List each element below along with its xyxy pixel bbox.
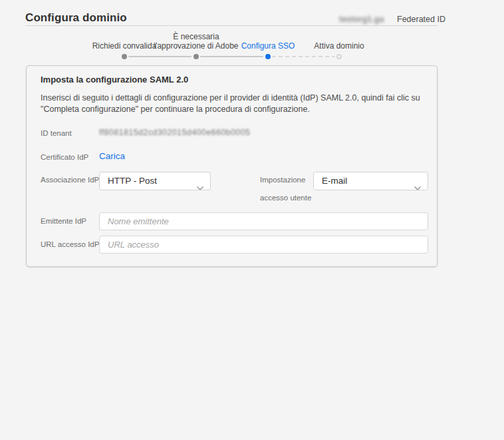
idp-login-url-label: URL accesso IdP <box>41 240 99 248</box>
title-divider <box>25 25 438 26</box>
user-login-setting-select[interactable]: E-mail <box>313 172 428 190</box>
user-login-setting-selected-value: E-mail <box>322 176 347 186</box>
saml-config-card: Imposta la configurazione SAML 2.0 Inser… <box>26 65 438 267</box>
progress-stepper: Richiedi convalida È necessaria l'approv… <box>0 28 504 61</box>
tenant-id-value: ff8081815d2cd302015d400e660b0005 <box>99 128 250 137</box>
idp-certificate-label: Certificato IdP <box>41 153 88 161</box>
card-title: Imposta la configurazione SAML 2.0 <box>41 75 188 85</box>
user-login-setting-label-line1: Impostazione <box>260 176 305 184</box>
progress-dot-step2 <box>193 54 199 59</box>
step-label-approvazione-adobe: È necessaria l'approvazione di Adobe <box>149 32 243 51</box>
step-label-configura-sso: Configura SSO <box>241 41 295 51</box>
chevron-down-icon <box>414 179 421 183</box>
org-name: testorg1.ga <box>339 15 384 24</box>
chevron-down-icon <box>197 179 203 183</box>
idp-binding-select[interactable]: HTTP - Post <box>99 172 211 190</box>
idp-issuer-label: Emittente IdP <box>41 217 86 225</box>
progress-line-1 <box>128 56 191 57</box>
progress-line-2 <box>200 56 263 57</box>
progress-line-3 <box>272 56 335 57</box>
idp-login-url-input[interactable] <box>99 236 428 254</box>
idp-binding-selected-value: HTTP - Post <box>108 176 157 186</box>
page-title: Configura dominio <box>25 11 127 25</box>
progress-dot-step3 <box>265 54 271 59</box>
account-type-label: Federated ID <box>397 15 445 24</box>
idp-issuer-input[interactable] <box>99 212 428 230</box>
step-label-attiva-dominio: Attiva dominio <box>314 41 364 51</box>
idp-binding-label: Associazione IdP <box>41 176 99 184</box>
configure-domain-page: Configura dominio testorg1.ga Federated … <box>0 0 504 440</box>
upload-certificate-link[interactable]: Carica <box>99 151 125 161</box>
step-label-richiedi-convalida: Richiedi convalida <box>92 41 157 51</box>
progress-dot-step1 <box>122 54 127 59</box>
card-description: Inserisci di seguito i dettagli di confi… <box>41 93 432 114</box>
tenant-id-label: ID tenant <box>41 129 72 137</box>
user-login-setting-label-line2: accesso utente <box>260 194 311 202</box>
progress-dot-step4 <box>336 54 342 59</box>
